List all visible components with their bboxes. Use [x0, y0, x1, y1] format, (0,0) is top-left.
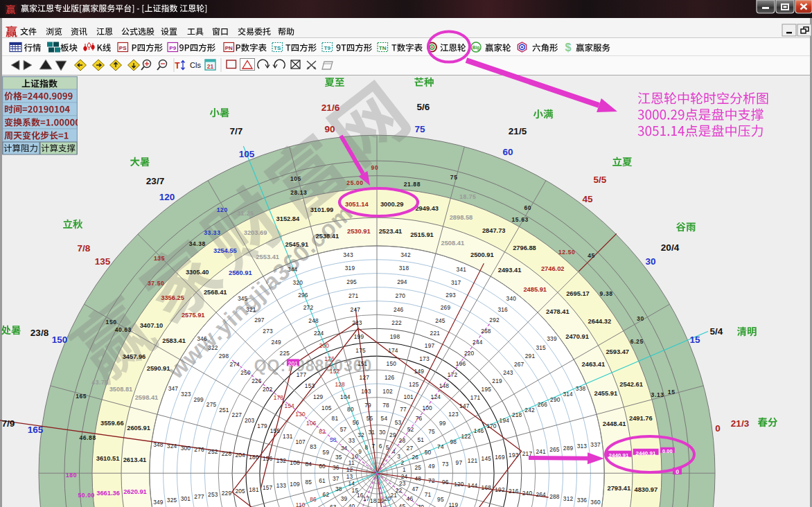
svg-text:99: 99: [439, 420, 446, 427]
svg-text:240: 240: [522, 490, 533, 497]
svg-text:23: 23: [399, 480, 406, 487]
svg-text:216: 216: [509, 488, 519, 495]
svg-text:295: 295: [346, 278, 357, 285]
svg-text:80: 80: [347, 406, 354, 413]
svg-text:30: 30: [645, 256, 655, 267]
svg-text:178: 178: [274, 394, 284, 401]
svg-text:270: 270: [396, 292, 406, 299]
svg-text:126: 126: [385, 374, 395, 381]
svg-text:26: 26: [412, 454, 418, 461]
svg-text:33: 33: [348, 437, 355, 444]
svg-text:346: 346: [197, 335, 207, 342]
svg-text:196: 196: [456, 360, 466, 367]
svg-text:125: 125: [409, 381, 419, 388]
svg-text:128: 128: [335, 381, 345, 388]
svg-text:340: 340: [506, 295, 517, 302]
svg-text:245: 245: [435, 317, 445, 324]
svg-text:249: 249: [271, 339, 281, 346]
svg-text:251: 251: [219, 407, 229, 413]
svg-text:74: 74: [437, 443, 444, 450]
svg-text:2746.02: 2746.02: [541, 265, 565, 272]
svg-text:127: 127: [360, 374, 370, 381]
svg-text:4: 4: [392, 448, 396, 455]
svg-text:119: 119: [448, 501, 458, 507]
svg-text:313: 313: [577, 443, 588, 450]
svg-text:25: 25: [414, 464, 421, 471]
svg-text:246: 246: [394, 306, 404, 313]
svg-text:148: 148: [439, 382, 450, 389]
svg-text:PN: PN: [225, 45, 233, 51]
svg-text:101: 101: [403, 393, 414, 400]
svg-text:55: 55: [367, 415, 373, 422]
svg-text:135: 135: [95, 256, 111, 267]
svg-text:320: 320: [293, 279, 303, 286]
svg-text:70: 70: [417, 504, 424, 507]
svg-text:342: 342: [400, 251, 411, 258]
svg-text:56: 56: [353, 419, 360, 426]
svg-text:2491.76: 2491.76: [629, 415, 653, 422]
svg-text:58: 58: [330, 436, 337, 443]
svg-text:2560.91: 2560.91: [229, 269, 252, 276]
svg-text:2508.41: 2508.41: [441, 240, 464, 247]
svg-text:314: 314: [563, 391, 573, 398]
svg-text:60: 60: [502, 147, 513, 157]
svg-text:322: 322: [208, 344, 218, 351]
svg-text:250: 250: [240, 369, 251, 376]
svg-text:12.50: 12.50: [558, 249, 575, 256]
svg-text:225: 225: [280, 350, 290, 357]
svg-text:153: 153: [305, 382, 315, 389]
svg-text:3254.55: 3254.55: [213, 247, 237, 254]
svg-text:121: 121: [468, 457, 478, 464]
svg-text:224: 224: [314, 330, 324, 337]
svg-text:21/6: 21/6: [321, 103, 340, 113]
svg-text:PS: PS: [119, 45, 127, 51]
svg-text:272: 272: [303, 304, 314, 311]
svg-text:243: 243: [503, 369, 513, 376]
svg-text:13: 13: [346, 473, 353, 480]
svg-text:169: 169: [495, 454, 505, 461]
svg-text:146: 146: [474, 427, 484, 434]
svg-text:267: 267: [514, 361, 524, 368]
svg-text:2583.41: 2583.41: [162, 337, 186, 344]
svg-text:181: 181: [249, 486, 259, 493]
svg-text:21/3: 21/3: [731, 418, 750, 429]
svg-text:2553.41: 2553.41: [256, 254, 279, 260]
svg-text:2695.17: 2695.17: [566, 290, 590, 297]
svg-text:46: 46: [407, 495, 414, 502]
svg-text:34: 34: [341, 445, 348, 452]
svg-text:7: 7: [371, 443, 375, 450]
svg-text:124: 124: [431, 393, 441, 400]
svg-text:130: 130: [295, 411, 306, 418]
svg-text:39: 39: [341, 495, 348, 502]
svg-text:82: 82: [319, 428, 326, 435]
svg-text:12: 12: [346, 466, 353, 473]
svg-text:38: 38: [335, 486, 342, 492]
svg-text:P9: P9: [169, 45, 176, 51]
svg-text:339: 339: [547, 335, 557, 342]
svg-text:54: 54: [381, 415, 388, 422]
svg-text:180: 180: [249, 454, 259, 461]
svg-text:175: 175: [355, 347, 366, 354]
svg-text:2493.41: 2493.41: [498, 267, 522, 274]
svg-text:220: 220: [464, 350, 475, 357]
svg-text:107: 107: [295, 438, 306, 445]
svg-text:300: 300: [181, 445, 191, 452]
svg-text:155: 155: [270, 427, 281, 434]
svg-text:31: 31: [368, 429, 375, 436]
svg-text:129: 129: [313, 393, 324, 400]
svg-text:3.13: 3.13: [651, 391, 664, 398]
svg-text:156: 156: [263, 455, 273, 462]
svg-text:6.25: 6.25: [630, 338, 644, 345]
svg-text:343: 343: [343, 251, 353, 258]
svg-text:271: 271: [348, 292, 359, 299]
svg-text:248: 248: [308, 317, 319, 324]
svg-text:11: 11: [348, 459, 355, 466]
svg-text:6: 6: [379, 443, 382, 450]
svg-text:5/4: 5/4: [710, 326, 723, 337]
svg-text:199: 199: [354, 333, 364, 340]
svg-text:37.50: 37.50: [148, 280, 164, 287]
svg-text:18.75: 18.75: [459, 193, 476, 200]
svg-text:315: 315: [536, 344, 546, 351]
svg-text:180: 180: [66, 472, 77, 479]
svg-text:3457.96: 3457.96: [123, 353, 146, 360]
